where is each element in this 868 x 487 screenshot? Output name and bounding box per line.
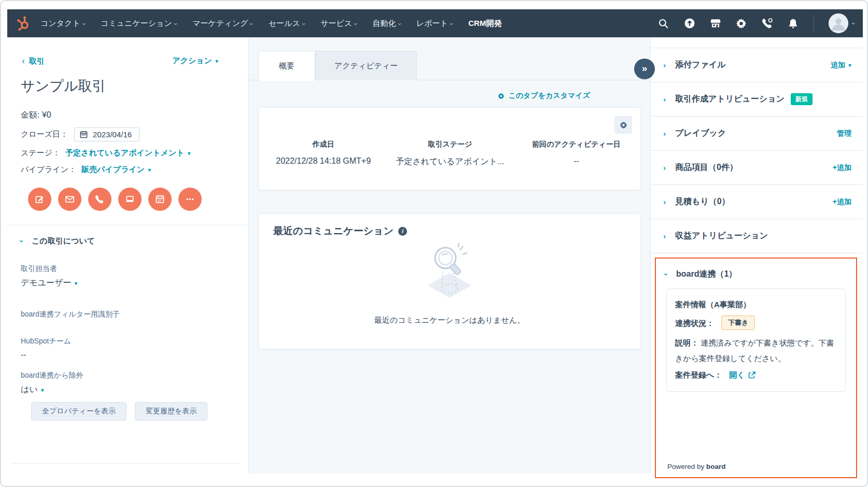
board-integration-section: › board連携（1） 案件情報（A事業部） 連携状況： 下書き 説明： 連携… xyxy=(655,257,857,478)
deal-highlights-card: 作成日 2022/12/28 14:18 GMT+9 取引ステージ 予定されてい… xyxy=(258,107,641,190)
chevron-right-icon: › xyxy=(663,129,666,138)
board-exclude-dropdown[interactable]: はい▾ xyxy=(21,384,44,395)
empty-state-message: 最近のコミュニケーションはありません。 xyxy=(259,316,640,325)
last-activity-value: -- xyxy=(512,156,640,166)
collapse-sidebar-button[interactable]: » xyxy=(634,59,655,79)
chevron-down-icon: › xyxy=(849,22,857,24)
show-all-properties-button[interactable]: 全プロパティーを表示 xyxy=(31,402,127,421)
chevron-left-icon: ‹ xyxy=(22,56,25,66)
caret-down-icon: ▾ xyxy=(41,386,44,394)
actions-dropdown[interactable]: アクション▾ xyxy=(172,56,218,66)
nav-item-sales[interactable]: セールス› xyxy=(269,19,305,28)
marketplace-icon[interactable] xyxy=(710,18,721,29)
recent-communications-title: 最近のコミュニケーション i xyxy=(273,224,407,238)
view-history-button[interactable]: 変更履歴を表示 xyxy=(135,402,207,421)
upload-arrow-icon[interactable] xyxy=(684,18,695,29)
nav-utilities: › xyxy=(658,13,863,33)
calling-icon[interactable] xyxy=(762,18,773,29)
chevron-down-icon: › xyxy=(80,23,88,25)
new-badge: 新規 xyxy=(791,93,813,105)
call-button[interactable] xyxy=(88,188,111,211)
add-attachment-dropdown[interactable]: 追加▾ xyxy=(831,61,851,70)
gear-icon xyxy=(498,93,505,99)
divider xyxy=(7,225,248,225)
close-date-input[interactable]: 2023/04/16 xyxy=(74,127,139,141)
chevron-down-icon: › xyxy=(300,23,307,25)
deal-title: サンプル取引 xyxy=(21,77,106,95)
tab-overview[interactable]: 概要 xyxy=(258,51,315,81)
nav-item-contacts[interactable]: コンタクト› xyxy=(40,19,85,28)
case-register-row: 案件登録へ： 開く xyxy=(675,369,837,381)
info-icon[interactable]: i xyxy=(398,227,407,236)
section-title: 収益アトリビューション xyxy=(675,231,768,241)
board-exclude-label: board連携から除外 xyxy=(21,371,83,380)
board-section-toggle[interactable]: › board連携（1） xyxy=(665,269,737,280)
section-title: プレイブック xyxy=(675,128,726,139)
add-line-item-link[interactable]: +追加 xyxy=(833,163,851,173)
calendar-icon xyxy=(80,131,88,138)
chevron-down-icon: › xyxy=(662,273,671,276)
meeting-button[interactable] xyxy=(148,188,172,211)
email-button[interactable] xyxy=(58,188,81,211)
owner-label: 取引担当者 xyxy=(21,264,57,274)
stage-label: ステージ： xyxy=(21,148,60,158)
customize-tab-link[interactable]: このタブをカスタマイズ xyxy=(498,91,590,101)
deal-main-content: 概要 アクティビティー このタブをカスタマイズ xyxy=(249,37,650,474)
task-button[interactable] xyxy=(118,188,142,211)
link-status-label: 連携状況： xyxy=(675,317,714,329)
gear-icon xyxy=(620,121,627,129)
nav-item-communication[interactable]: コミュニケーション› xyxy=(101,19,177,28)
created-date-value: 2022/12/28 14:18 GMT+9 xyxy=(259,156,388,166)
board-case-card: 案件情報（A事業部） 連携状況： 下書き 説明： 連携済みですが下書き状態です。… xyxy=(666,289,846,392)
add-quote-link[interactable]: +追加 xyxy=(833,197,851,207)
nav-item-automation[interactable]: 自動化› xyxy=(373,19,401,28)
notifications-bell-icon[interactable] xyxy=(788,18,799,29)
tab-activity[interactable]: アクティビティー xyxy=(315,51,417,80)
sidebar-section-quotes[interactable]: › 見積もり（0） +追加 xyxy=(651,185,863,219)
hubspot-team-value: -- xyxy=(21,350,26,360)
caret-down-icon: ▾ xyxy=(75,280,78,287)
sidebar-section-revenue-attribution[interactable]: › 収益アトリビューション xyxy=(651,219,863,253)
card-settings-button[interactable] xyxy=(614,116,632,134)
recent-communications-card: 最近のコミュニケーション i 最 xyxy=(258,213,641,349)
hubspot-logo-icon[interactable] xyxy=(16,16,31,31)
sidebar-section-line-items[interactable]: › 商品項目（0件） +追加 xyxy=(651,151,863,185)
nav-item-service[interactable]: サービス› xyxy=(320,19,357,28)
deal-summary-panel: ‹取引 アクション▾ サンプル取引 金額: ¥0 クローズ日： 2023/04/… xyxy=(7,37,249,474)
caret-down-icon: ▾ xyxy=(848,62,851,69)
nav-item-crm-dev[interactable]: CRM開発 xyxy=(468,19,501,28)
sidebar-section-deal-attribution[interactable]: › 取引作成アトリビューション 新規 xyxy=(651,82,863,117)
empty-state-illustration xyxy=(411,241,488,309)
about-deal-section-toggle[interactable]: › この取引について xyxy=(21,236,95,246)
chevron-right-icon: › xyxy=(663,95,666,104)
link-status-row: 連携状況： 下書き xyxy=(675,316,837,330)
property-buttons: 全プロパティーを表示 変更履歴を表示 xyxy=(31,402,207,421)
nav-item-marketing[interactable]: マーケティング› xyxy=(192,19,253,28)
section-title: 見積もり（0） xyxy=(675,196,730,207)
highlight-columns: 作成日 2022/12/28 14:18 GMT+9 取引ステージ 予定されてい… xyxy=(259,140,640,167)
nav-item-reports[interactable]: レポート› xyxy=(416,19,453,28)
more-actions-button[interactable] xyxy=(178,188,202,211)
stage-row: ステージ： 予定されているアポイントメント▾ xyxy=(21,148,191,158)
deal-stage-column: 取引ステージ 予定されているアポイント... xyxy=(388,140,512,167)
sidebar-section-playbooks[interactable]: › プレイブック 管理 xyxy=(651,117,863,151)
page-body: ‹取引 アクション▾ サンプル取引 金額: ¥0 クローズ日： 2023/04/… xyxy=(7,37,863,474)
chevron-right-icon: › xyxy=(663,197,666,206)
account-menu[interactable]: › xyxy=(829,13,855,33)
chevron-right-icon: › xyxy=(663,163,666,172)
open-case-link[interactable]: 開く xyxy=(729,369,755,381)
back-to-deals-link[interactable]: ‹取引 xyxy=(22,56,45,66)
created-date-label: 作成日 xyxy=(259,140,388,149)
sidebar-section-attachments[interactable]: › 添付ファイル 追加▾ xyxy=(651,48,863,82)
description-label: 説明： xyxy=(675,338,698,347)
stage-dropdown[interactable]: 予定されているアポイントメント▾ xyxy=(65,148,191,158)
owner-dropdown[interactable]: デモユーザー▾ xyxy=(21,278,78,289)
pipeline-dropdown[interactable]: 販売パイプライン▾ xyxy=(81,165,151,175)
manage-playbooks-link[interactable]: 管理 xyxy=(837,129,851,138)
quick-actions xyxy=(28,188,202,211)
note-button[interactable] xyxy=(28,188,51,211)
tab-strip: 概要 アクティビティー xyxy=(249,51,650,80)
settings-gear-icon[interactable] xyxy=(736,18,747,29)
search-icon[interactable] xyxy=(658,18,669,29)
pipeline-row: パイプライン： 販売パイプライン▾ xyxy=(21,165,151,175)
